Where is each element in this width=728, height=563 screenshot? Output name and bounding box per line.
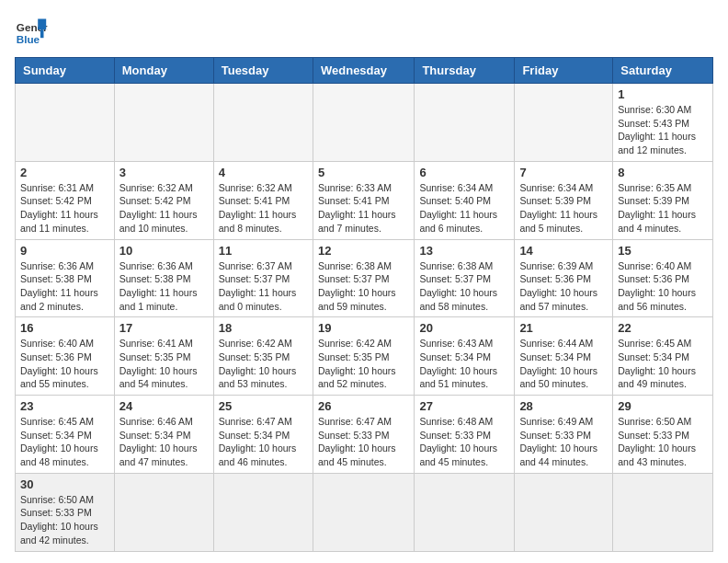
day-number: 25 xyxy=(219,399,308,413)
day-info: Sunrise: 6:43 AM Sunset: 5:34 PM Dayligh… xyxy=(419,337,509,391)
calendar-week-5: 30Sunrise: 6:50 AM Sunset: 5:33 PM Dayli… xyxy=(16,473,713,551)
calendar-cell: 22Sunrise: 6:45 AM Sunset: 5:34 PM Dayli… xyxy=(613,317,713,396)
calendar-cell: 17Sunrise: 6:41 AM Sunset: 5:35 PM Dayli… xyxy=(114,317,213,396)
day-info: Sunrise: 6:34 AM Sunset: 5:40 PM Dayligh… xyxy=(419,181,509,236)
logo: General Blue xyxy=(15,15,51,48)
col-header-tuesday: Tuesday xyxy=(213,58,313,84)
day-number: 7 xyxy=(519,166,608,179)
calendar-cell: 25Sunrise: 6:47 AM Sunset: 5:34 PM Dayli… xyxy=(213,396,313,474)
calendar-cell xyxy=(515,473,613,551)
day-number: 8 xyxy=(618,166,708,179)
calendar-week-1: 2Sunrise: 6:31 AM Sunset: 5:42 PM Daylig… xyxy=(16,161,713,239)
calendar-cell xyxy=(213,84,313,162)
svg-text:Blue: Blue xyxy=(17,33,40,45)
day-info: Sunrise: 6:31 AM Sunset: 5:42 PM Dayligh… xyxy=(20,181,109,236)
day-number: 2 xyxy=(20,166,109,179)
logo-icon: General Blue xyxy=(15,15,48,48)
svg-marker-3 xyxy=(40,29,44,38)
col-header-saturday: Saturday xyxy=(613,58,713,84)
calendar-cell: 8Sunrise: 6:35 AM Sunset: 5:39 PM Daylig… xyxy=(613,161,713,239)
day-number: 23 xyxy=(20,399,109,413)
day-number: 19 xyxy=(318,321,409,335)
col-header-thursday: Thursday xyxy=(415,58,515,84)
calendar-cell: 28Sunrise: 6:49 AM Sunset: 5:33 PM Dayli… xyxy=(515,396,613,474)
calendar-cell: 11Sunrise: 6:37 AM Sunset: 5:37 PM Dayli… xyxy=(213,239,313,317)
day-info: Sunrise: 6:42 AM Sunset: 5:35 PM Dayligh… xyxy=(318,337,409,391)
calendar-cell: 2Sunrise: 6:31 AM Sunset: 5:42 PM Daylig… xyxy=(16,161,115,239)
day-info: Sunrise: 6:50 AM Sunset: 5:33 PM Dayligh… xyxy=(20,493,109,547)
day-number: 3 xyxy=(119,166,209,179)
day-info: Sunrise: 6:41 AM Sunset: 5:35 PM Dayligh… xyxy=(119,337,209,391)
calendar-cell xyxy=(613,473,713,551)
day-info: Sunrise: 6:45 AM Sunset: 5:34 PM Dayligh… xyxy=(20,415,109,469)
header: General Blue xyxy=(15,15,713,48)
day-number: 26 xyxy=(318,399,409,413)
calendar-cell xyxy=(114,473,213,551)
calendar-cell: 5Sunrise: 6:33 AM Sunset: 5:41 PM Daylig… xyxy=(313,161,414,239)
day-info: Sunrise: 6:34 AM Sunset: 5:39 PM Dayligh… xyxy=(519,181,608,236)
calendar-cell: 4Sunrise: 6:32 AM Sunset: 5:41 PM Daylig… xyxy=(213,161,313,239)
day-number: 29 xyxy=(618,399,708,413)
calendar-cell: 21Sunrise: 6:44 AM Sunset: 5:34 PM Dayli… xyxy=(515,317,613,396)
day-info: Sunrise: 6:38 AM Sunset: 5:37 PM Dayligh… xyxy=(318,259,409,314)
day-info: Sunrise: 6:48 AM Sunset: 5:33 PM Dayligh… xyxy=(419,415,509,469)
day-info: Sunrise: 6:50 AM Sunset: 5:33 PM Dayligh… xyxy=(618,415,708,469)
svg-marker-2 xyxy=(38,19,46,30)
calendar-week-4: 23Sunrise: 6:45 AM Sunset: 5:34 PM Dayli… xyxy=(16,396,713,474)
calendar-cell xyxy=(114,84,213,162)
day-number: 17 xyxy=(119,321,209,335)
calendar-week-0: 1Sunrise: 6:30 AM Sunset: 5:43 PM Daylig… xyxy=(16,84,713,162)
calendar-cell: 10Sunrise: 6:36 AM Sunset: 5:38 PM Dayli… xyxy=(114,239,213,317)
day-number: 4 xyxy=(219,166,308,179)
calendar-cell xyxy=(213,473,313,551)
calendar-cell: 15Sunrise: 6:40 AM Sunset: 5:36 PM Dayli… xyxy=(613,239,713,317)
day-number: 13 xyxy=(419,244,509,258)
day-number: 24 xyxy=(119,399,209,413)
calendar-cell xyxy=(515,84,613,162)
day-number: 27 xyxy=(419,399,509,413)
calendar-cell xyxy=(313,84,414,162)
calendar-cell: 24Sunrise: 6:46 AM Sunset: 5:34 PM Dayli… xyxy=(114,396,213,474)
day-number: 20 xyxy=(419,321,509,335)
day-number: 15 xyxy=(618,244,708,258)
calendar-header-row: SundayMondayTuesdayWednesdayThursdayFrid… xyxy=(16,58,713,84)
day-number: 21 xyxy=(519,321,608,335)
calendar-cell xyxy=(16,84,115,162)
day-info: Sunrise: 6:37 AM Sunset: 5:37 PM Dayligh… xyxy=(219,259,308,314)
day-info: Sunrise: 6:42 AM Sunset: 5:35 PM Dayligh… xyxy=(219,337,308,391)
calendar-cell: 29Sunrise: 6:50 AM Sunset: 5:33 PM Dayli… xyxy=(613,396,713,474)
day-number: 18 xyxy=(219,321,308,335)
col-header-wednesday: Wednesday xyxy=(313,58,414,84)
day-info: Sunrise: 6:36 AM Sunset: 5:38 PM Dayligh… xyxy=(20,259,109,314)
day-info: Sunrise: 6:45 AM Sunset: 5:34 PM Dayligh… xyxy=(618,337,708,391)
calendar-cell: 3Sunrise: 6:32 AM Sunset: 5:42 PM Daylig… xyxy=(114,161,213,239)
day-number: 14 xyxy=(519,244,608,258)
calendar: SundayMondayTuesdayWednesdayThursdayFrid… xyxy=(15,57,713,552)
calendar-week-3: 16Sunrise: 6:40 AM Sunset: 5:36 PM Dayli… xyxy=(16,317,713,396)
day-info: Sunrise: 6:38 AM Sunset: 5:37 PM Dayligh… xyxy=(419,259,509,314)
day-info: Sunrise: 6:32 AM Sunset: 5:41 PM Dayligh… xyxy=(219,181,308,236)
day-info: Sunrise: 6:40 AM Sunset: 5:36 PM Dayligh… xyxy=(20,337,109,391)
calendar-cell: 27Sunrise: 6:48 AM Sunset: 5:33 PM Dayli… xyxy=(415,396,515,474)
calendar-cell xyxy=(415,473,515,551)
day-number: 12 xyxy=(318,244,409,258)
calendar-cell: 26Sunrise: 6:47 AM Sunset: 5:33 PM Dayli… xyxy=(313,396,414,474)
day-info: Sunrise: 6:36 AM Sunset: 5:38 PM Dayligh… xyxy=(119,259,209,314)
day-number: 1 xyxy=(618,87,708,101)
calendar-cell: 12Sunrise: 6:38 AM Sunset: 5:37 PM Dayli… xyxy=(313,239,414,317)
calendar-cell: 23Sunrise: 6:45 AM Sunset: 5:34 PM Dayli… xyxy=(16,396,115,474)
day-info: Sunrise: 6:30 AM Sunset: 5:43 PM Dayligh… xyxy=(618,103,708,157)
calendar-cell: 16Sunrise: 6:40 AM Sunset: 5:36 PM Dayli… xyxy=(16,317,115,396)
calendar-cell xyxy=(415,84,515,162)
calendar-cell: 6Sunrise: 6:34 AM Sunset: 5:40 PM Daylig… xyxy=(415,161,515,239)
day-info: Sunrise: 6:47 AM Sunset: 5:33 PM Dayligh… xyxy=(318,415,409,469)
calendar-cell: 18Sunrise: 6:42 AM Sunset: 5:35 PM Dayli… xyxy=(213,317,313,396)
day-number: 16 xyxy=(20,321,109,335)
calendar-cell: 1Sunrise: 6:30 AM Sunset: 5:43 PM Daylig… xyxy=(613,84,713,162)
day-info: Sunrise: 6:32 AM Sunset: 5:42 PM Dayligh… xyxy=(119,181,209,236)
calendar-cell: 13Sunrise: 6:38 AM Sunset: 5:37 PM Dayli… xyxy=(415,239,515,317)
day-info: Sunrise: 6:49 AM Sunset: 5:33 PM Dayligh… xyxy=(519,415,608,469)
day-info: Sunrise: 6:46 AM Sunset: 5:34 PM Dayligh… xyxy=(119,415,209,469)
day-number: 11 xyxy=(219,244,308,258)
calendar-cell: 19Sunrise: 6:42 AM Sunset: 5:35 PM Dayli… xyxy=(313,317,414,396)
